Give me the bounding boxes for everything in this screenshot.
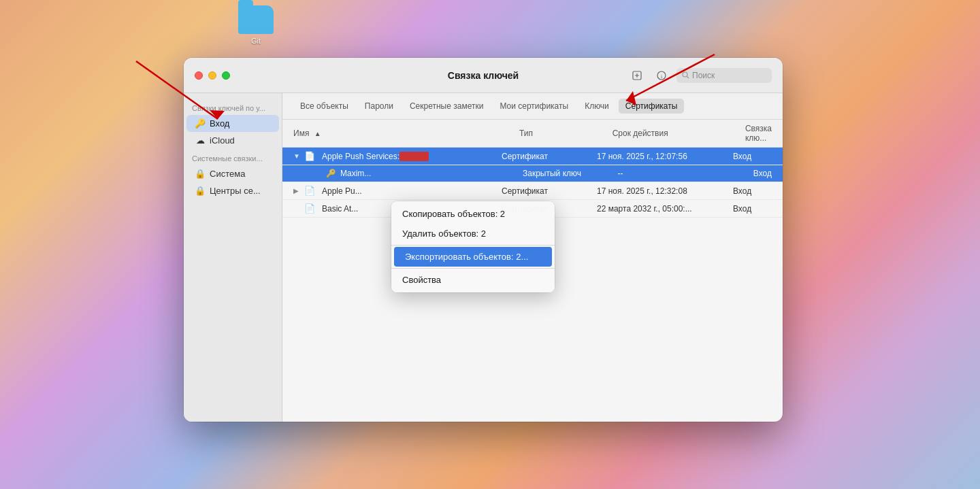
col-type-header[interactable]: Тип xyxy=(519,129,612,138)
cell-type-1: Сертификат xyxy=(502,152,597,161)
context-menu: Скопировать объектов: 2 Удалить объектов… xyxy=(391,201,555,292)
cert-icon-2: 📄 xyxy=(304,186,318,196)
svg-point-9 xyxy=(683,72,687,77)
titlebar: Связка ключей i Поиск xyxy=(184,58,783,93)
tab-all[interactable]: Все объекты xyxy=(293,99,355,114)
sort-arrow: ▲ xyxy=(314,130,321,137)
cell-expiry-child: -- xyxy=(618,169,753,178)
close-button[interactable] xyxy=(195,71,203,80)
tab-keys[interactable]: Ключи xyxy=(578,99,616,114)
cell-name-2: 📄 Apple Pu... xyxy=(304,186,502,196)
sidebar-section-1-label: Связки ключей по у... xyxy=(184,99,282,115)
cert-icon-3: 📄 xyxy=(304,203,318,214)
cell-keychain-3: Вход xyxy=(733,204,772,214)
key-icon: 🔑 xyxy=(326,169,336,178)
sistema-icon: 🔒 xyxy=(195,169,206,179)
maximize-button[interactable] xyxy=(222,71,230,80)
git-folder-icon[interactable]: Git xyxy=(238,5,274,45)
svg-text:i: i xyxy=(661,73,663,80)
menu-item-copy[interactable]: Скопировать объектов: 2 xyxy=(391,204,555,224)
sidebar-item-centry-label: Центры се... xyxy=(210,186,261,196)
menu-divider-2 xyxy=(391,268,555,269)
centry-icon: 🔒 xyxy=(195,186,206,196)
sidebar: Связки ключей по у... 🔑 Вход ☁ iCloud Си… xyxy=(184,93,282,422)
cell-name-child: 🔑 Maxim... xyxy=(326,169,523,178)
table-row-1-child[interactable]: 🔑 Maxim... Закрытый ключ -- Вход xyxy=(282,165,783,182)
sidebar-item-vhod[interactable]: 🔑 Вход xyxy=(186,115,279,132)
minimize-button[interactable] xyxy=(208,71,216,80)
sidebar-item-icloud[interactable]: ☁ iCloud xyxy=(186,132,279,149)
search-box[interactable]: Поиск xyxy=(676,68,772,83)
cell-keychain-1: Вход xyxy=(733,152,772,161)
cell-keychain-2: Вход xyxy=(733,186,772,196)
col-keychain-header[interactable]: Связка клю... xyxy=(745,124,772,143)
table-area: Имя ▲ Тип Срок действия Связка клю... ▼ … xyxy=(282,120,783,422)
tab-my-certs[interactable]: Мои сертификаты xyxy=(493,99,575,114)
menu-item-delete[interactable]: Удалить объектов: 2 xyxy=(391,224,555,243)
cell-expiry-1: 17 ноя. 2025 г., 12:07:56 xyxy=(597,152,733,161)
cell-type-2: Сертификат xyxy=(502,186,597,196)
git-folder xyxy=(238,5,274,34)
sidebar-item-centry[interactable]: 🔒 Центры се... xyxy=(186,182,279,199)
tabs-bar: Все объекты Пароли Секретные заметки Мои… xyxy=(282,93,783,120)
table-row-2[interactable]: ▶ 📄 Apple Pu... Сертификат 17 ноя. 2025 … xyxy=(282,182,783,200)
sidebar-item-icloud-label: iCloud xyxy=(210,135,235,146)
tab-passwords[interactable]: Пароли xyxy=(358,99,400,114)
cell-expiry-2: 17 ноя. 2025 г., 12:32:08 xyxy=(597,186,733,196)
svg-line-10 xyxy=(687,77,689,79)
window-title: Связка ключей xyxy=(448,70,519,81)
menu-divider xyxy=(391,245,555,246)
tab-certificates[interactable]: Сертификаты xyxy=(619,99,685,114)
name-highlight-bar xyxy=(399,152,429,161)
main-content: Все объекты Пароли Секретные заметки Мои… xyxy=(282,93,783,422)
edit-icon[interactable] xyxy=(627,66,647,85)
keychain-window: Связка ключей i Поиск xyxy=(184,58,783,422)
cert-icon-1: 📄 xyxy=(304,151,318,161)
menu-item-properties[interactable]: Свойства xyxy=(391,270,555,290)
sidebar-item-sistema[interactable]: 🔒 Система xyxy=(186,165,279,182)
sidebar-section-2-label: Системные связки... xyxy=(184,149,282,165)
tab-notes[interactable]: Секретные заметки xyxy=(403,99,490,114)
traffic-lights xyxy=(195,71,230,80)
search-placeholder: Поиск xyxy=(692,71,715,80)
menu-item-export[interactable]: Экспортировать объектов: 2... xyxy=(394,247,552,267)
info-icon[interactable]: i xyxy=(652,66,671,85)
col-expiry-header[interactable]: Срок действия xyxy=(612,129,745,138)
sidebar-item-sistema-label: Система xyxy=(210,169,245,179)
cell-name-1: 📄 Apple Push Services: xyxy=(304,151,502,161)
cell-type-child: Закрытый ключ xyxy=(523,169,618,178)
table-row-1[interactable]: ▼ 📄 Apple Push Services: Сертификат 17 н… xyxy=(282,148,783,165)
git-label: Git xyxy=(251,37,261,45)
col-name-header[interactable]: Имя ▲ xyxy=(293,129,519,138)
window-body: Связки ключей по у... 🔑 Вход ☁ iCloud Си… xyxy=(184,93,783,422)
titlebar-actions: i Поиск xyxy=(627,66,772,85)
cell-expiry-3: 22 марта 2032 г., 05:00:... xyxy=(597,204,733,214)
icloud-icon: ☁ xyxy=(195,135,206,146)
cell-keychain-child: Вход xyxy=(753,169,772,178)
sidebar-item-vhod-label: Вход xyxy=(210,118,229,129)
expand-icon-2[interactable]: ▶ xyxy=(293,187,304,195)
table-header: Имя ▲ Тип Срок действия Связка клю... xyxy=(282,120,783,148)
expand-icon-1[interactable]: ▼ xyxy=(293,152,304,160)
vhod-icon: 🔑 xyxy=(195,118,206,129)
